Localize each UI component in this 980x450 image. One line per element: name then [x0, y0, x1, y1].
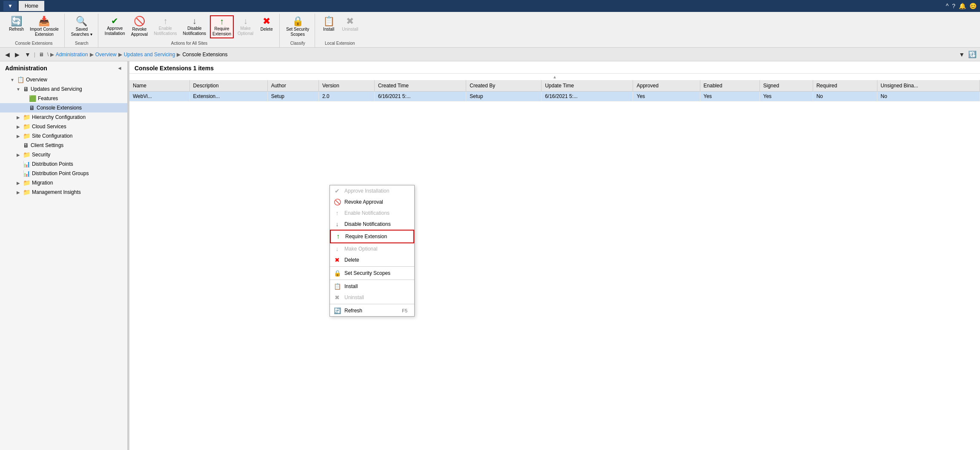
breadcrumb-admin[interactable]: Administration [56, 52, 88, 58]
disable-notif-icon: ↓ [192, 17, 197, 25]
refresh-label: Refresh [9, 27, 24, 32]
sidebar-item-console-extensions[interactable]: 🖥 Console Extensions [0, 103, 127, 112]
revoke-label: RevokeApproval [131, 27, 148, 37]
delete-button[interactable]: ✖ Delete [257, 15, 276, 33]
breadcrumb-dropdown-button[interactable]: ▼ [957, 50, 966, 59]
import-console-extension-button[interactable]: 📥 Import ConsoleExtension [28, 15, 61, 38]
ctx-security-scopes-label: Set Security Scopes [344, 270, 390, 276]
col-author[interactable]: Author [267, 80, 318, 92]
ctx-make-optional[interactable]: ↓ Make Optional [330, 243, 414, 254]
ctx-approve-label: Approve Installation [344, 188, 389, 194]
ctx-disable-notif-label: Disable Notifications [344, 221, 391, 227]
breadcrumb-updates[interactable]: Updates and Servicing [124, 52, 175, 58]
ctx-disable-notifications[interactable]: ↓ Disable Notifications [330, 219, 414, 230]
sidebar-item-hierarchy-configuration[interactable]: ▶ 📁 Hierarchy Configuration [0, 112, 127, 122]
breadcrumb-overview[interactable]: Overview [95, 52, 117, 58]
ctx-install[interactable]: 📋 Install [330, 281, 414, 292]
ctx-security-scopes-icon: 🔒 [333, 270, 341, 277]
sidebar-item-distribution-points[interactable]: 📊 Distribution Points [0, 159, 127, 169]
approve-label: ApproveInstallation [105, 26, 125, 36]
col-unsigned-binary[interactable]: Unsigned Bina... [877, 80, 980, 92]
cell-version: 2.0 [318, 92, 374, 101]
nav-dropdown-button[interactable]: ▼ [23, 50, 32, 59]
app-menu-button[interactable]: ▼ [3, 1, 17, 11]
table-row[interactable]: WebVi... Extension... Setup 2.0 6/16/202… [129, 92, 980, 101]
updates-icon: 🖥 [23, 86, 29, 92]
forward-button[interactable]: ▶ [13, 50, 21, 59]
ctx-refresh-icon: 🔄 [333, 307, 341, 314]
import-label: Import ConsoleExtension [30, 27, 59, 37]
ctx-separator-3 [330, 304, 414, 304]
ctx-revoke-label: Revoke Approval [344, 199, 383, 205]
col-update-time[interactable]: Update Time [542, 80, 633, 92]
ribbon-group-local-ext: 📋 Install ✖ Uninstall Local Extension [316, 14, 364, 47]
ctx-delete-icon: ✖ [333, 257, 341, 263]
install-button[interactable]: 📋 Install [319, 15, 338, 33]
sidebar-collapse-button[interactable]: ◄ [117, 65, 122, 71]
col-required[interactable]: Required [813, 80, 877, 92]
revoke-icon: 🚫 [134, 17, 145, 26]
sidebar-item-updates-and-servicing[interactable]: ▼ 🖥 Updates and Servicing [0, 84, 127, 94]
col-version[interactable]: Version [318, 80, 374, 92]
back-button[interactable]: ◀ [3, 50, 11, 59]
ctx-enable-notifications[interactable]: ↑ Enable Notifications [330, 208, 414, 219]
sidebar-item-security[interactable]: ▶ 📁 Security [0, 150, 127, 159]
sidebar-item-client-settings[interactable]: 🖥 Client Settings [0, 141, 127, 150]
nav-refresh-button[interactable]: 🔃 [968, 50, 977, 58]
require-ext-label: RequireExtension [212, 26, 231, 37]
uninstall-button[interactable]: ✖ Uninstall [340, 15, 360, 33]
title-bar: ▼ Home ^ ? 🔔 😊 [0, 0, 980, 12]
approve-installation-button[interactable]: ✔ ApproveInstallation [103, 15, 127, 38]
disable-notifications-button[interactable]: ↓ DisableNotifications [181, 15, 208, 38]
refresh-button[interactable]: 🔄 Refresh [7, 15, 26, 33]
ctx-install-label: Install [344, 283, 358, 289]
client-settings-icon: 🖥 [23, 142, 29, 149]
col-approved[interactable]: Approved [633, 80, 700, 92]
table-wrap: Name Description Author Version Created … [129, 80, 980, 101]
sidebar-item-overview[interactable]: ▼ 📋 Overview [0, 75, 127, 84]
cell-created-by: Setup [466, 92, 542, 101]
sidebar-item-management-insights[interactable]: ▶ 📁 Management Insights [0, 188, 127, 197]
ctx-refresh[interactable]: 🔄 Refresh F5 [330, 305, 414, 316]
user-icon[interactable]: 😊 [969, 3, 977, 9]
sidebar-item-cloud-services[interactable]: ▶ 📁 Cloud Services [0, 122, 127, 131]
enable-notif-label: EnableNotifications [154, 26, 177, 36]
sidebar: Administration ◄ ▼ 📋 Overview ▼ 🖥 Update… [0, 61, 128, 450]
make-optional-button[interactable]: ↓ MakeOptional [235, 15, 255, 38]
notification-icon[interactable]: 🔔 [959, 3, 966, 9]
require-extension-button[interactable]: ↑ RequireExtension [210, 15, 234, 38]
sidebar-item-migration[interactable]: ▶ 📁 Migration [0, 178, 127, 188]
col-enabled[interactable]: Enabled [700, 80, 759, 92]
sidebar-item-distribution-point-groups[interactable]: 📊 Distribution Point Groups [0, 169, 127, 178]
col-created-time[interactable]: Created Time [374, 80, 466, 92]
tab-home[interactable]: Home [19, 1, 44, 11]
ribbon-group-local-ext-label: Local Extension [325, 40, 355, 47]
ctx-approve-icon: ✔ [333, 188, 341, 194]
sidebar-item-features[interactable]: 🟩 Features [0, 94, 127, 103]
minimize-icon[interactable]: ^ [946, 3, 949, 9]
saved-searches-button[interactable]: 🔍 SavedSearches ▾ [69, 15, 95, 38]
revoke-approval-button[interactable]: 🚫 RevokeApproval [129, 15, 150, 38]
col-description[interactable]: Description [189, 80, 267, 92]
col-created-by[interactable]: Created By [466, 80, 542, 92]
ctx-uninstall[interactable]: ✖ Uninstall [330, 292, 414, 303]
enable-notifications-button[interactable]: ↑ EnableNotifications [152, 15, 179, 38]
nav-home-button[interactable]: 🖥 [37, 51, 46, 58]
nav-separator: | [34, 52, 35, 58]
help-icon[interactable]: ? [952, 3, 955, 9]
sidebar-item-site-configuration[interactable]: ▶ 📁 Site Configuration [0, 131, 127, 141]
ctx-require-extension[interactable]: ↑ Require Extension [330, 230, 414, 243]
security-label: Security [32, 152, 124, 158]
hierarchy-label: Hierarchy Configuration [32, 114, 124, 120]
col-name[interactable]: Name [129, 80, 189, 92]
ctx-delete[interactable]: ✖ Delete [330, 254, 414, 265]
main-layout: Administration ◄ ▼ 📋 Overview ▼ 🖥 Update… [0, 61, 980, 450]
security-scopes-icon: 🔒 [292, 17, 304, 26]
saved-searches-label: SavedSearches ▾ [71, 27, 92, 37]
ctx-set-security-scopes[interactable]: 🔒 Set Security Scopes [330, 268, 414, 279]
col-signed[interactable]: Signed [759, 80, 813, 92]
ctx-revoke-approval[interactable]: 🚫 Revoke Approval [330, 196, 414, 208]
ctx-approve-installation[interactable]: ✔ Approve Installation [330, 185, 414, 196]
content-item-count: 1 items [193, 65, 214, 72]
set-security-scopes-button[interactable]: 🔒 Set SecurityScopes [284, 15, 311, 38]
